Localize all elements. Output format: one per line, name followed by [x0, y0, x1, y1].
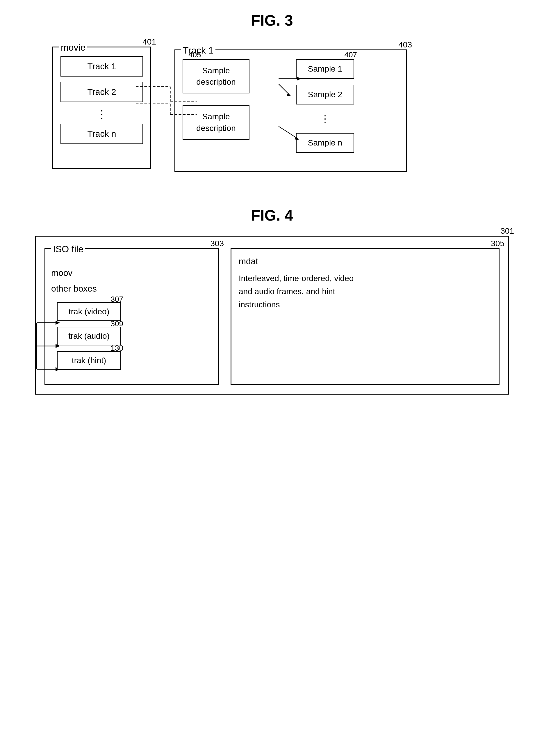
mdat-box: 305 mdat Interleaved, time-ordered, vide…	[231, 248, 499, 385]
ref-405: 405	[189, 50, 244, 59]
dots-1: ⋮	[61, 107, 143, 121]
outer-box: 301 ISO file 303 moov other boxes	[35, 236, 509, 395]
trackn-item: Track n	[61, 124, 143, 144]
fig3-diagram: movie 401 Track 1 Track 2 ⋮ Track n Trac…	[41, 41, 503, 178]
trak-video-box: 307 trak (video)	[57, 302, 121, 321]
trak-ref-307: 307	[111, 295, 123, 304]
trak-audio-label: trak (audio)	[68, 331, 110, 340]
sample-desc-2: Sampledescription	[183, 105, 250, 139]
trak-hint-label: trak (hint)	[72, 356, 106, 365]
fig4-section: FIG. 4 301 ISO file 303 moov other boxes	[23, 207, 521, 395]
fig4-title: FIG. 4	[23, 207, 521, 224]
sample-desc-1: Sampledescription	[183, 59, 250, 93]
mdat-label: mdat	[239, 256, 491, 266]
movie-label: movie	[59, 42, 87, 53]
fig3-title: FIG. 3	[23, 12, 521, 29]
outer-ref-301: 301	[500, 226, 514, 236]
track1-box: Track 1 403 405 Sampledescription Sample…	[175, 49, 407, 172]
fig3-section: FIG. 3 movie 401 Track 1 Track 2 ⋮ Track…	[23, 12, 521, 178]
trak-video-label: trak (video)	[69, 307, 109, 316]
ref-407: 407	[344, 50, 357, 59]
trak-ref-309: 309	[111, 319, 123, 328]
track1-item: Track 1	[61, 56, 143, 77]
movie-ref-401: 401	[143, 37, 156, 47]
sample2-box: Sample 2	[296, 85, 354, 104]
iso-file-label: ISO file	[51, 244, 85, 255]
mdat-ref-305: 305	[491, 239, 504, 248]
other-boxes-text: other boxes	[51, 284, 97, 293]
trak-audio-box: 309 trak (audio)	[57, 327, 121, 345]
track2-item: Track 2	[61, 82, 143, 102]
mdat-text: Interleaved, time-ordered, videoand audi…	[239, 272, 491, 311]
samplen-box: Sample n	[296, 133, 354, 153]
trak-hint-box: 130 trak (hint)	[57, 351, 121, 370]
moov-text: moov	[51, 268, 72, 278]
trak-list: 307 trak (video) 309 trak (audio) 130 tr…	[57, 302, 212, 370]
dots-2: ⋮	[296, 113, 354, 124]
track1-ref-403: 403	[398, 40, 412, 49]
iso-file-box: ISO file 303 moov other boxes	[45, 248, 219, 385]
movie-box: movie 401 Track 1 Track 2 ⋮ Track n	[52, 47, 151, 169]
track1-inner: 405 Sampledescription Sampledescription …	[183, 59, 399, 153]
iso-ref-303: 303	[210, 239, 224, 248]
sample1-box: Sample 1	[296, 59, 354, 79]
moov-label: moov other boxes	[51, 265, 212, 297]
trak-ref-130: 130	[111, 344, 123, 353]
fig4-inner: ISO file 303 moov other boxes	[45, 248, 499, 385]
